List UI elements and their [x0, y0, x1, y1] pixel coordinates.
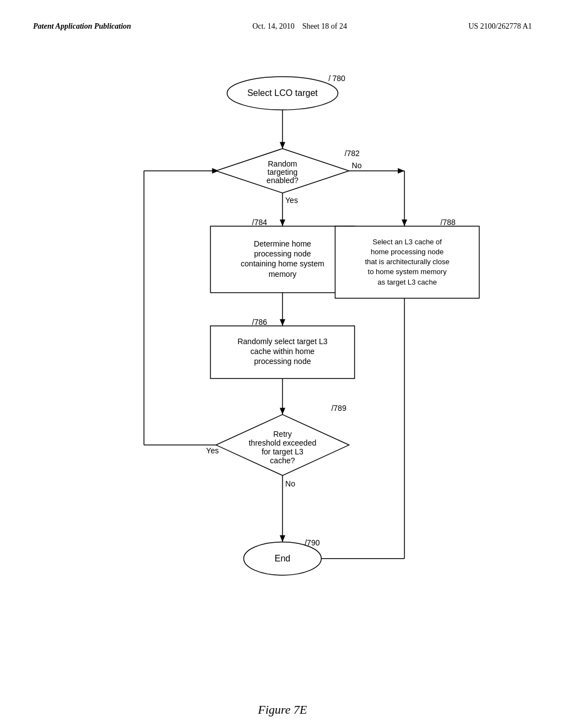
svg-text:/788: /788 [440, 218, 456, 227]
figure-label: Figure 7E [258, 703, 307, 716]
header-left: Patent Application Publication [33, 22, 131, 31]
process1-line1: Determine home [254, 239, 311, 248]
process1-line3: containing home system [241, 259, 324, 268]
svg-text:/790: /790 [305, 538, 320, 547]
decision2-line2: threshold exceeded [249, 438, 317, 447]
process2-line2: cache within home [250, 347, 315, 356]
process2-line1: Randomly select target L3 [237, 337, 327, 346]
page: Patent Application Publication Oct. 14, … [0, 0, 565, 728]
start-id: 780 [332, 74, 345, 83]
flowchart: Select LCO target 780 / Random targeting… [33, 47, 532, 627]
decision1-yes: Yes [285, 196, 298, 205]
decision2-yes: Yes [206, 446, 219, 455]
header-patent: US 2100/262778 A1 [468, 22, 532, 30]
process3-line3: that is architecturally close [365, 258, 449, 266]
svg-text:/789: /789 [331, 404, 347, 413]
process3-line2: home processing node [371, 248, 444, 256]
svg-marker-1 [280, 142, 285, 148]
svg-marker-9 [280, 319, 285, 326]
svg-text:/: / [328, 74, 331, 83]
decision2-line1: Retry [273, 430, 292, 438]
publication-label: Patent Application Publication [33, 22, 131, 30]
end-label: End [275, 553, 291, 563]
process1-line2: processing node [254, 249, 311, 258]
decision2-line4: cache? [270, 456, 295, 465]
svg-text:/786: /786 [252, 318, 268, 326]
decision1-line2: targeting [268, 168, 298, 176]
svg-marker-5 [398, 168, 404, 174]
diagram-svg: Select LCO target 780 / Random targeting… [33, 47, 532, 627]
header-right: US 2100/262778 A1 [468, 22, 532, 31]
process3-line1: Select an L3 cache of [372, 238, 442, 246]
decision1-no: No [352, 161, 362, 170]
svg-marker-11 [280, 408, 285, 415]
start-label: Select LCO target [247, 88, 318, 98]
process3-line5: as target L3 cache [377, 278, 436, 286]
decision2-line3: for target L3 [262, 447, 303, 456]
process2-line3: processing node [254, 357, 311, 366]
header-center: Oct. 14, 2010 Sheet 18 of 24 [253, 22, 347, 31]
header-date: Oct. 14, 2010 [253, 22, 295, 30]
figure-caption: Figure 7E [0, 703, 565, 717]
decision1-line3: enabled? [266, 176, 299, 185]
process1-line4: memory [269, 270, 297, 279]
header: Patent Application Publication Oct. 14, … [33, 22, 532, 31]
svg-marker-16 [280, 536, 285, 542]
svg-text:/782: /782 [344, 149, 360, 158]
svg-text:/784: /784 [252, 218, 268, 227]
decision1-line1: Random [268, 159, 297, 168]
svg-marker-7 [402, 220, 407, 226]
header-sheet: Sheet 18 of 24 [302, 22, 347, 30]
process3-line4: to home system memory [368, 267, 447, 276]
decision2-no: No [285, 479, 295, 488]
svg-marker-3 [280, 220, 285, 226]
